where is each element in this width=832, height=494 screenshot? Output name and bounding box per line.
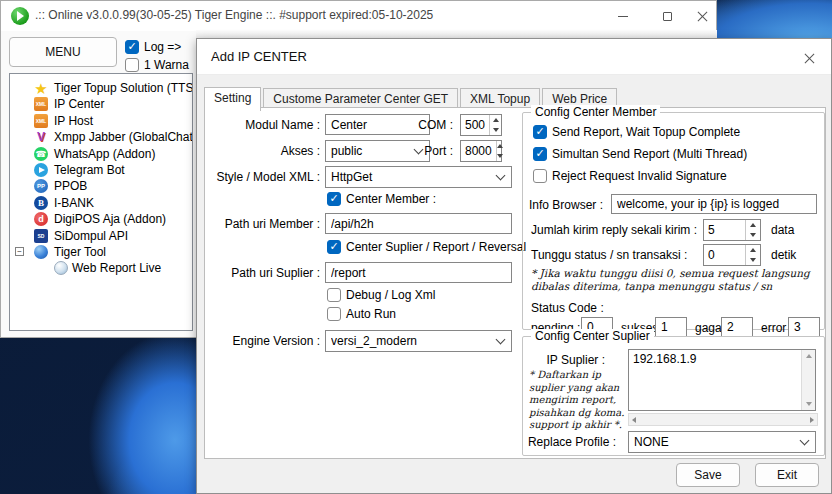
- tunggu-status-value: 0: [704, 245, 745, 265]
- error-input[interactable]: [788, 317, 820, 337]
- tree-item-xmpp-jabber[interactable]: VXmpp Jabber (GlobalChat): [10, 129, 192, 145]
- tree-item-ppob[interactable]: PPPPOB: [10, 178, 192, 194]
- tree-item-label: Tiger Tool: [54, 245, 106, 259]
- simultan-send-report-checkbox[interactable]: Simultan Send Report (Multi Thread): [533, 147, 747, 161]
- chevron-down-icon: [496, 335, 506, 345]
- config-center-suplier-title: Config Center Suplier: [531, 329, 654, 343]
- vertical-scrollbar[interactable]: [801, 350, 815, 410]
- setting-tab-page: Modul Name : COM : 500 Akses : public Po…: [204, 107, 826, 459]
- minimize-button[interactable]: [601, 1, 645, 31]
- add-ip-center-dialog: Add IP CENTER Setting Custome Parameter …: [196, 38, 832, 494]
- style-model-xml-select[interactable]: HttpGet: [325, 166, 512, 188]
- spinner-arrows[interactable]: [496, 141, 503, 161]
- globe-icon: [34, 245, 48, 259]
- center-suplier-checkbox-label: Center Suplier / Report / Reversal: [346, 240, 526, 254]
- tree-item-ibank[interactable]: BI-BANK: [10, 195, 192, 211]
- tree-item-whatsapp[interactable]: ☎WhatsApp (Addon): [10, 146, 192, 162]
- tab-setting[interactable]: Setting: [204, 87, 261, 111]
- checkbox-unchecked-icon: [533, 169, 547, 183]
- maximize-icon: [663, 12, 672, 21]
- spin-up-icon: [750, 248, 756, 252]
- spin-down-icon: [750, 233, 756, 237]
- port-value: 8000: [461, 141, 496, 161]
- com-stepper[interactable]: 500: [460, 114, 502, 136]
- spinner-arrows[interactable]: [745, 220, 760, 240]
- ip-suplier-value: 192.168.1.9: [633, 352, 696, 366]
- tree-item-web-report-live[interactable]: Web Report Live: [10, 260, 192, 276]
- gagal-input[interactable]: [721, 317, 753, 337]
- horizontal-scrollbar[interactable]: [628, 413, 818, 426]
- log-checkbox-label: Log =>: [144, 40, 181, 54]
- scroll-up-icon: [806, 354, 812, 358]
- exit-button-label: Exit: [777, 468, 797, 482]
- tree-item-label: Web Report Live: [72, 261, 161, 275]
- menu-button[interactable]: MENU: [9, 37, 117, 67]
- ip-suplier-textarea[interactable]: 192.168.1.9: [628, 349, 816, 411]
- path-uri-member-input[interactable]: [325, 213, 512, 234]
- info-browser-input[interactable]: [611, 194, 817, 214]
- checkbox-unchecked-icon: [327, 307, 341, 321]
- tree-item-label: Xmpp Jabber (GlobalChat): [54, 130, 193, 144]
- chevron-down-icon: [496, 171, 506, 181]
- exit-button[interactable]: Exit: [755, 463, 819, 487]
- suplier-group-note: * Daftarkan ip suplier yang akan mengiri…: [529, 369, 625, 432]
- spinner-arrows[interactable]: [745, 245, 760, 265]
- jumlah-kirim-stepper[interactable]: 5: [703, 219, 761, 241]
- center-suplier-checkbox[interactable]: Center Suplier / Report / Reversal: [327, 240, 526, 254]
- checkbox-checked-icon: [125, 40, 139, 54]
- gagal-label: gagal: [695, 321, 724, 335]
- spinner-arrows[interactable]: [489, 115, 501, 135]
- tree-item-label: DigiPOS Aja (Addon): [54, 212, 166, 226]
- tree-item-sidompul[interactable]: SDSiDompul API: [10, 228, 192, 244]
- log-checkbox[interactable]: Log =>: [125, 40, 181, 54]
- config-center-member-group: Config Center Member Send Report, Wait T…: [522, 112, 825, 330]
- path-uri-suplier-label: Path uri Suplier :: [205, 266, 320, 280]
- maximize-button[interactable]: [645, 1, 689, 31]
- tree-item-label: WhatsApp (Addon): [54, 147, 155, 161]
- send-report-wait-checkbox[interactable]: Send Report, Wait Topup Complete: [533, 125, 740, 139]
- replace-profile-select[interactable]: NONE: [628, 431, 816, 453]
- path-uri-suplier-input[interactable]: [325, 262, 512, 283]
- reject-invalid-signature-checkbox[interactable]: Reject Request Invalid Signature: [533, 169, 727, 183]
- collapse-minus-icon[interactable]: −: [15, 247, 24, 256]
- tree-item-tiger-topup-solution[interactable]: ★Tiger Topup Solution (TTS): [10, 80, 192, 96]
- dialog-titlebar[interactable]: Add IP CENTER: [197, 39, 831, 75]
- xmpp-icon: V: [34, 130, 48, 144]
- debug-log-xml-checkbox[interactable]: Debug / Log Xml: [327, 288, 435, 302]
- minimize-icon: [618, 16, 628, 17]
- path-uri-member-label: Path uri Member :: [205, 217, 320, 231]
- save-button[interactable]: Save: [676, 463, 740, 487]
- tab-label: Web Price: [552, 92, 607, 106]
- tree-item-label: IP Center: [54, 97, 104, 111]
- tree-item-tiger-tool[interactable]: −Tiger Tool: [10, 244, 192, 260]
- engine-version-select[interactable]: versi_2_modern: [325, 330, 512, 352]
- close-button[interactable]: [687, 1, 717, 31]
- tree-item-ip-center[interactable]: XMLIP Center: [10, 96, 192, 112]
- error-label: error: [761, 321, 786, 335]
- star-icon: ★: [34, 81, 48, 95]
- ip-suplier-label: IP Suplier :: [523, 353, 605, 367]
- dialog-close-button[interactable]: [795, 46, 823, 70]
- module-tree: ★Tiger Topup Solution (TTS) XMLIP Center…: [10, 74, 192, 277]
- tree-item-ip-host[interactable]: XMLIP Host: [10, 113, 192, 129]
- telegram-icon: [34, 163, 48, 177]
- config-center-member-title: Config Center Member: [531, 105, 660, 119]
- warna-checkbox[interactable]: 1 Warna: [125, 58, 189, 72]
- close-icon: [697, 11, 708, 22]
- port-stepper[interactable]: 8000: [460, 140, 502, 162]
- whatsapp-icon: ☎: [34, 147, 48, 161]
- xml-file-icon: XML: [34, 114, 48, 128]
- akses-label: Akses :: [205, 144, 320, 158]
- engine-version-value: versi_2_modern: [331, 334, 493, 348]
- modul-name-label: Modul Name :: [205, 118, 320, 132]
- style-model-xml-label: Style / Model XML :: [205, 170, 320, 184]
- sukses-input[interactable]: [655, 317, 687, 337]
- tree-item-digipos[interactable]: dDigiPOS Aja (Addon): [10, 211, 192, 227]
- tree-item-telegram-bot[interactable]: Telegram Bot: [10, 162, 192, 178]
- center-member-checkbox[interactable]: Center Member :: [327, 192, 436, 206]
- auto-run-checkbox[interactable]: Auto Run: [327, 307, 396, 321]
- spin-down-icon: [493, 128, 499, 132]
- tunggu-status-stepper[interactable]: 0: [703, 244, 761, 266]
- web-report-icon: [54, 261, 68, 275]
- info-browser-label: Info Browser :: [529, 198, 603, 212]
